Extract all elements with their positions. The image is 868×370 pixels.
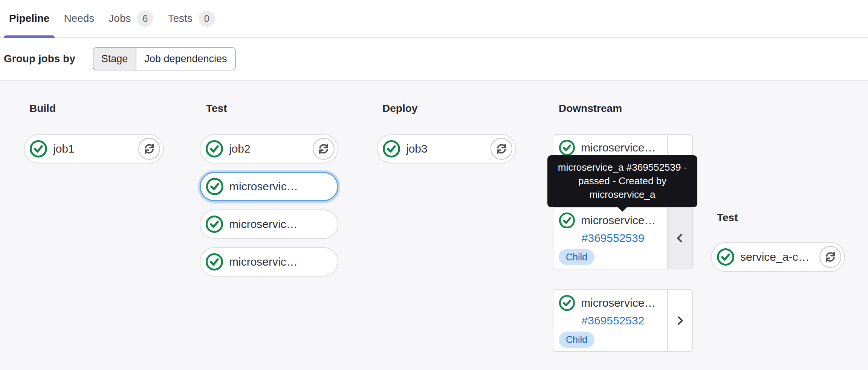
status-passed-icon <box>205 253 223 271</box>
retry-button[interactable] <box>138 138 160 160</box>
stage-title-build: Build <box>29 102 56 115</box>
status-passed-icon <box>205 140 223 158</box>
pipeline-page: { "tabs": { "items": [ { "label": "Pipel… <box>0 0 868 370</box>
chevron-right-icon <box>674 314 686 327</box>
job-pill-microservice-selected[interactable]: microservic… <box>200 172 338 201</box>
segment-stage[interactable]: Stage <box>93 48 137 70</box>
tab-pipeline[interactable]: Pipeline <box>4 0 55 37</box>
stage-title-test: Test <box>206 102 227 115</box>
child-badge: Child <box>559 249 594 265</box>
job-name: job2 <box>229 142 313 155</box>
job-pill-job2[interactable]: job2 <box>200 134 338 164</box>
tab-jobs-label: Jobs <box>108 12 131 24</box>
tooltip-arrow <box>617 207 627 212</box>
retry-button[interactable] <box>819 246 841 268</box>
stage-title-downstream: Downstream <box>559 102 622 115</box>
expand-pipeline-button[interactable] <box>667 290 692 351</box>
status-passed-icon <box>205 215 223 233</box>
job-name: microservic… <box>229 255 338 268</box>
job-name: microservic… <box>229 218 338 231</box>
status-passed-icon <box>559 212 575 229</box>
downstream-pipeline-name: microservice… <box>581 214 667 227</box>
group-jobs-by-label: Group jobs by <box>4 53 75 65</box>
job-pill-microservice-2[interactable]: microservic… <box>200 209 338 239</box>
segment-job-dependencies[interactable]: Job dependencies <box>136 48 235 70</box>
status-passed-icon <box>382 140 400 158</box>
job-pill-microservice-3[interactable]: microservic… <box>200 247 338 277</box>
job-pill-service-a[interactable]: service_a-c… <box>711 242 845 272</box>
pipeline-graph: Build Test Deploy Downstream Test job1 j… <box>0 80 868 370</box>
tab-tests[interactable]: Tests 0 <box>162 0 220 37</box>
downstream-card-main: microservice… #369552539 Child <box>553 208 667 269</box>
tooltip-line: microservice_a #369552539 - <box>550 161 695 174</box>
chevron-left-icon <box>674 232 686 245</box>
downstream-card-3[interactable]: microservice… #369552532 Child <box>553 289 693 352</box>
tooltip-line: passed - Created by <box>550 174 695 188</box>
retry-icon <box>143 143 155 155</box>
retry-icon <box>824 251 836 263</box>
job-name: job1 <box>53 142 138 155</box>
tab-pipeline-label: Pipeline <box>9 12 49 24</box>
status-passed-icon <box>206 177 224 196</box>
segment-stage-label: Stage <box>101 53 128 65</box>
segment-job-dependencies-label: Job dependencies <box>144 53 227 65</box>
downstream-pipeline-link[interactable]: #369552539 <box>559 232 667 245</box>
job-name: job3 <box>406 142 491 155</box>
retry-button[interactable] <box>313 138 335 160</box>
tab-tests-label: Tests <box>168 12 192 24</box>
retry-button[interactable] <box>491 138 512 160</box>
status-passed-icon <box>717 248 735 266</box>
downstream-pipeline-name: microservice… <box>581 297 667 309</box>
jobs-count-badge: 6 <box>137 11 153 27</box>
child-badge: Child <box>559 332 594 348</box>
status-passed-icon <box>559 139 575 156</box>
stage-title-downstream-test: Test <box>717 212 738 224</box>
group-by-segmented-control: Stage Job dependencies <box>93 47 236 70</box>
tooltip-line: microservice_a <box>550 188 695 201</box>
pipeline-tabs-bar: Pipeline Needs Jobs 6 Tests 0 <box>0 0 868 38</box>
retry-icon <box>318 143 330 155</box>
pipeline-tooltip: microservice_a #369552539 - passed - Cre… <box>547 155 697 207</box>
tests-count-badge: 0 <box>199 11 215 27</box>
group-jobs-toolbar: Group jobs by Stage Job dependencies <box>0 38 868 80</box>
tab-needs[interactable]: Needs <box>58 0 99 37</box>
downstream-pipeline-link[interactable]: #369552532 <box>559 314 667 327</box>
collapse-pipeline-button[interactable] <box>667 208 692 269</box>
status-passed-icon <box>559 295 575 311</box>
tab-needs-label: Needs <box>64 12 94 24</box>
job-pill-job3[interactable]: job3 <box>377 134 516 164</box>
downstream-card-main: microservice… #369552532 Child <box>553 290 667 351</box>
job-name: service_a-c… <box>740 251 819 263</box>
downstream-pipeline-name: microservice… <box>581 141 667 154</box>
tab-jobs[interactable]: Jobs 6 <box>103 0 159 37</box>
job-pill-job1[interactable]: job1 <box>24 134 164 164</box>
retry-icon <box>495 143 507 155</box>
job-name: microservic… <box>229 180 337 193</box>
downstream-card-2[interactable]: microservice… #369552539 Child <box>553 207 693 269</box>
status-passed-icon <box>29 140 47 158</box>
stage-title-deploy: Deploy <box>382 102 417 115</box>
